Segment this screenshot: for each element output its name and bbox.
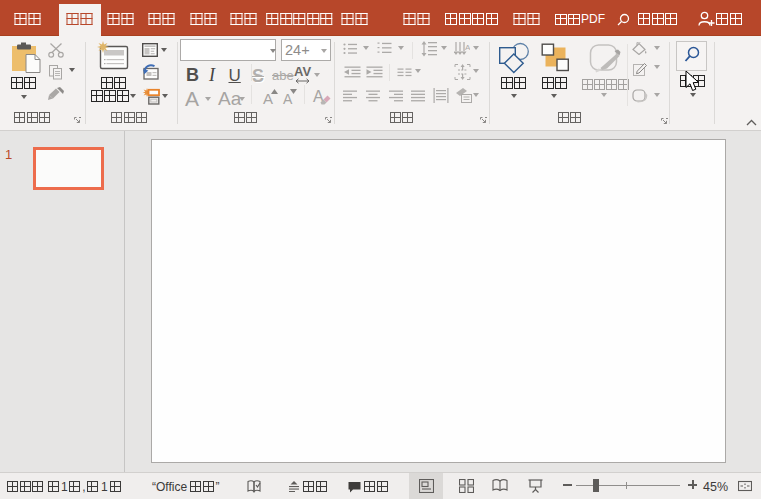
svg-text:A: A xyxy=(465,43,470,52)
